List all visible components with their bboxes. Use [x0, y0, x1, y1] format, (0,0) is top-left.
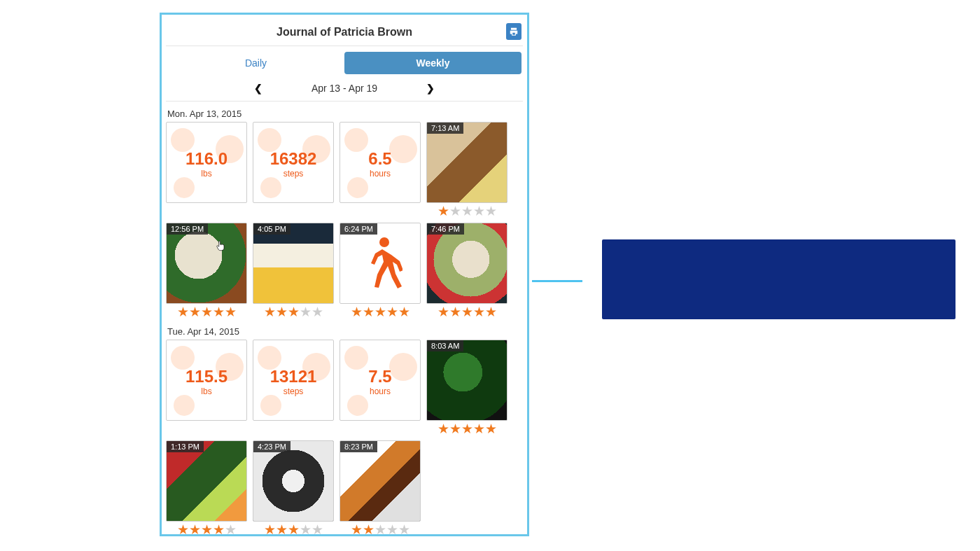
metric-unit: steps — [253, 169, 333, 179]
star-icon: ★ — [288, 305, 300, 319]
meal-photo-tile[interactable]: 4:05 PM — [253, 223, 334, 304]
entry-timestamp: 4:05 PM — [253, 223, 290, 235]
star-icon: ★ — [177, 305, 189, 319]
star-icon: ★ — [398, 523, 410, 534]
app-frame: Journal of Patricia Brown Daily Weekly ❮… — [160, 13, 529, 536]
star-icon: ★ — [189, 305, 201, 319]
entry-timestamp: 4:23 PM — [253, 441, 290, 452]
metric-tile-lbs[interactable]: 116.0lbs — [166, 122, 247, 203]
rating-stars: ★★★★★ — [438, 204, 497, 218]
meal-photo-tile[interactable]: 8:23 PM — [340, 440, 421, 522]
star-icon: ★ — [449, 204, 461, 218]
tab-daily[interactable]: Daily — [167, 52, 344, 74]
rating-stars: ★★★★★ — [264, 305, 323, 319]
activity-tile[interactable]: 6:24 PM — [340, 223, 421, 304]
metric-tile-steps[interactable]: 16382steps — [253, 122, 334, 203]
star-icon: ★ — [264, 305, 276, 319]
day-label: Tue. Apr 14, 2015 — [167, 326, 522, 337]
star-icon: ★ — [363, 523, 374, 534]
star-icon: ★ — [201, 523, 213, 534]
date-nav: ❮ Apr 13 - Apr 19 ❯ — [166, 80, 523, 102]
star-icon: ★ — [374, 523, 386, 534]
title-bar: Journal of Patricia Brown — [166, 19, 523, 46]
meal-photo — [427, 123, 507, 202]
star-icon: ★ — [264, 523, 276, 534]
rating-stars: ★★★★★ — [177, 305, 237, 319]
tab-weekly[interactable]: Weekly — [344, 52, 522, 74]
meal-photo-tile[interactable]: 1:13 PM — [166, 440, 247, 522]
star-icon: ★ — [276, 305, 288, 319]
next-week-button[interactable]: ❯ — [426, 83, 435, 94]
star-icon: ★ — [473, 422, 485, 436]
meal-photo-tile[interactable]: 12:56 PM — [166, 223, 247, 304]
callout-connector — [532, 280, 582, 282]
star-icon: ★ — [438, 422, 449, 436]
star-icon: ★ — [363, 305, 374, 319]
prev-week-button[interactable]: ❮ — [254, 83, 262, 94]
star-icon: ★ — [213, 305, 225, 319]
day-row: 1:13 PM★★★★★4:23 PM★★★★★8:23 PM★★★★★ — [166, 440, 523, 534]
star-icon: ★ — [398, 305, 410, 319]
day-label: Mon. Apr 13, 2015 — [167, 109, 522, 119]
star-icon: ★ — [449, 422, 461, 436]
star-icon: ★ — [449, 305, 461, 319]
star-icon: ★ — [288, 523, 300, 534]
callout-box — [602, 239, 955, 319]
day-row: 12:56 PM★★★★★4:05 PM★★★★★6:24 PM★★★★★7:4… — [166, 223, 523, 319]
rating-stars: ★★★★★ — [177, 523, 237, 534]
metric-tile-hours[interactable]: 7.5hours — [340, 340, 421, 421]
star-icon: ★ — [461, 204, 473, 218]
page-title: Journal of Patricia Brown — [276, 26, 412, 39]
entry-timestamp: 1:13 PM — [167, 441, 204, 452]
metric-unit: lbs — [167, 386, 246, 396]
meal-photo-tile[interactable]: 7:13 AM — [426, 122, 507, 203]
meal-photo — [167, 441, 246, 521]
metric-value: 6.5 — [340, 149, 420, 169]
entry-timestamp: 8:23 PM — [340, 441, 377, 452]
rating-stars: ★★★★★ — [351, 523, 410, 534]
star-icon: ★ — [386, 523, 398, 534]
metric-value: 7.5 — [340, 367, 420, 386]
rating-stars: ★★★★★ — [351, 305, 410, 319]
meal-photo-tile[interactable]: 4:23 PM — [253, 440, 334, 522]
metric-value: 115.5 — [167, 367, 246, 386]
star-icon: ★ — [177, 523, 189, 534]
entry-timestamp: 12:56 PM — [167, 223, 208, 235]
star-icon: ★ — [351, 523, 363, 534]
metric-tile-steps[interactable]: 13121steps — [253, 340, 334, 421]
metric-unit: hours — [340, 169, 420, 179]
star-icon: ★ — [201, 305, 213, 319]
print-icon — [509, 27, 519, 36]
print-button[interactable] — [506, 23, 522, 40]
star-icon: ★ — [374, 305, 386, 319]
star-icon: ★ — [312, 523, 323, 534]
metric-tile-lbs[interactable]: 115.5lbs — [166, 340, 247, 421]
star-icon: ★ — [300, 523, 312, 534]
star-icon: ★ — [473, 204, 485, 218]
star-icon: ★ — [225, 523, 237, 534]
rating-stars: ★★★★★ — [438, 422, 497, 436]
svg-point-0 — [379, 237, 389, 247]
rating-stars: ★★★★★ — [438, 305, 497, 319]
star-icon: ★ — [438, 305, 449, 319]
metric-value: 116.0 — [167, 149, 246, 169]
star-icon: ★ — [485, 204, 497, 218]
metric-unit: lbs — [167, 169, 246, 179]
metric-tile-hours[interactable]: 6.5hours — [340, 122, 421, 203]
star-icon: ★ — [213, 523, 225, 534]
entry-timestamp: 7:46 PM — [427, 223, 464, 235]
meal-photo-tile[interactable]: 8:03 AM — [426, 340, 507, 421]
walk-icon — [358, 235, 402, 291]
metric-unit: hours — [340, 386, 420, 396]
meal-photo — [253, 223, 333, 303]
metric-value: 16382 — [253, 149, 333, 169]
pointer-cursor-icon — [216, 239, 227, 253]
star-icon: ★ — [461, 305, 473, 319]
meal-photo — [427, 223, 507, 303]
star-icon: ★ — [351, 305, 363, 319]
meal-photo-tile[interactable]: 7:46 PM — [426, 223, 507, 304]
star-icon: ★ — [312, 305, 323, 319]
date-range-label: Apr 13 - Apr 19 — [312, 83, 377, 94]
entry-timestamp: 7:13 AM — [427, 123, 463, 134]
star-icon: ★ — [438, 204, 449, 218]
